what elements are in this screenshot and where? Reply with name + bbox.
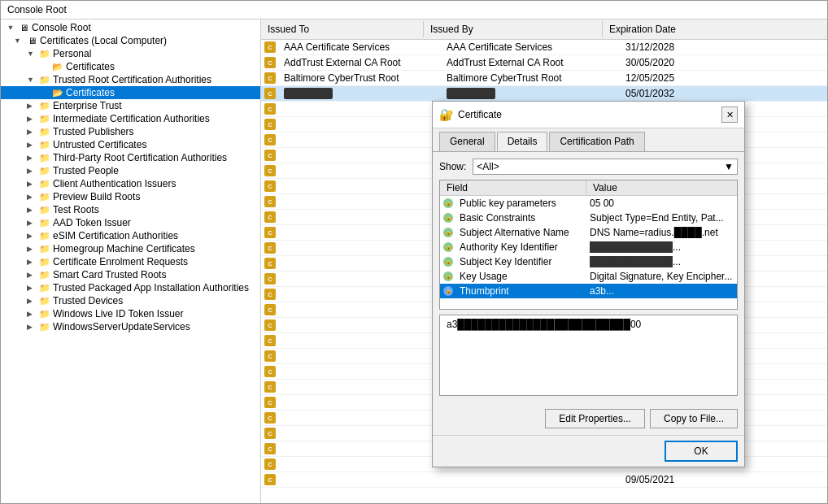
tree-label-trusted-publishers: Trusted Publishers — [53, 126, 134, 137]
cert-icon-cell: C — [261, 134, 281, 146]
cert-badge-icon: C — [264, 366, 276, 377]
fields-row-key-usage[interactable]: 🔒 Key Usage Digital Signature, Key Encip… — [440, 269, 737, 284]
expander-trusted-people: ▶ — [27, 167, 38, 175]
show-label: Show: — [439, 161, 466, 172]
edit-properties-button[interactable]: Edit Properties... — [545, 409, 645, 428]
cert-badge-icon: C — [264, 304, 276, 315]
field-icon-subject-key-id: 🔒 — [440, 256, 456, 267]
tree-item-certificates-trusted[interactable]: 📂Certificates — [1, 86, 260, 99]
tree-item-windows-live[interactable]: ▶📁Windows Live ID Token Issuer — [1, 307, 260, 320]
dialog-title-bar: 🔐 Certificate ✕ — [433, 102, 744, 128]
tree-item-preview-build[interactable]: ▶📁Preview Build Roots — [1, 190, 260, 203]
tree-item-trusted-root[interactable]: ▼📁Trusted Root Certification Authorities — [1, 73, 260, 86]
tree-item-untrusted[interactable]: ▶📁Untrusted Certificates — [1, 138, 260, 151]
mmc-window: Console Root ▼🖥Console Root▼🖥Certificate… — [0, 0, 828, 504]
tree-item-aad-token[interactable]: ▶📁AAD Token Issuer — [1, 216, 260, 229]
certificate-dialog: 🔐 Certificate ✕ General Details Certific… — [432, 101, 745, 467]
cert-badge-icon: C — [264, 397, 276, 408]
dialog-title-label: Certificate — [458, 109, 502, 120]
expander-trusted-root: ▼ — [27, 76, 38, 84]
folder-icon: 📁 — [38, 48, 51, 59]
cert-row[interactable]: C 09/05/2021 — [261, 472, 827, 488]
tree-root[interactable]: ▼🖥Console Root — [1, 21, 260, 34]
tree-item-client-auth[interactable]: ▶📁Client Authentication Issuers — [1, 177, 260, 190]
fields-row-basic-constraints[interactable]: 🔒 Basic Constraints Subject Type=End Ent… — [440, 211, 737, 225]
tree-item-certificates-personal[interactable]: 📂Certificates — [1, 60, 260, 73]
cert-row[interactable]: C AAA Certificate Services AAA Certifica… — [261, 40, 827, 55]
fields-table: Field Value 🔒 Public key parameters 05 0… — [439, 180, 738, 310]
folder-icon: 📁 — [38, 256, 51, 267]
cert-badge-icon: C — [264, 381, 276, 393]
expander-untrusted: ▶ — [27, 141, 38, 149]
cert-row[interactable]: C 05/01/2032 — [261, 86, 827, 102]
tree-item-trusted-devices[interactable]: ▶📁Trusted Devices — [1, 294, 260, 307]
tree-label-preview-build: Preview Build Roots — [53, 191, 140, 202]
header-issued-to[interactable]: Issued To — [261, 21, 424, 37]
tree-item-cert-enroll[interactable]: ▶📁Certificate Enrolment Requests — [1, 255, 260, 268]
cert-icon-cell: C — [261, 103, 281, 115]
tree-item-certificates-local[interactable]: ▼🖥Certificates (Local Computer) — [1, 34, 260, 47]
cert-icon-cell: C — [261, 227, 281, 238]
show-chevron-icon: ▼ — [724, 161, 734, 172]
tree-item-trusted-publishers[interactable]: ▶📁Trusted Publishers — [1, 125, 260, 138]
tree-item-trusted-people[interactable]: ▶📁Trusted People — [1, 164, 260, 177]
bottom-ok-area: OK — [433, 435, 744, 467]
cert-expiry: 12/05/2025 — [622, 72, 827, 84]
tree-item-esim[interactable]: ▶📁eSIM Certification Authorities — [1, 229, 260, 242]
fields-row-thumbprint[interactable]: 🔒 Thumbprint a3b... — [440, 284, 737, 298]
field-label-authority-key-id: Authority Key Identifier — [456, 241, 586, 253]
tree-item-enterprise-trust[interactable]: ▶📁Enterprise Trust — [1, 99, 260, 112]
field-label-thumbprint: Thumbprint — [456, 285, 586, 297]
cert-badge-icon: C — [264, 211, 276, 223]
tree-item-trusted-pkg[interactable]: ▶📁Trusted Packaged App Installation Auth… — [1, 281, 260, 294]
expander-cert-enroll: ▶ — [27, 258, 38, 266]
field-value-basic-constraints: Subject Type=End Entity, Pat... — [586, 212, 737, 224]
list-headers: Issued To Issued By Expiration Date — [261, 20, 827, 40]
cert-badge-icon: C — [264, 335, 276, 346]
field-icon-key-usage: 🔒 — [440, 271, 456, 282]
tree-item-wsus[interactable]: ▶📁WindowsServerUpdateServices — [1, 320, 260, 333]
expander-intermediate: ▶ — [27, 115, 38, 123]
tree-item-test-roots[interactable]: ▶📁Test Roots — [1, 203, 260, 216]
cert-icon-cell: C — [261, 443, 281, 454]
cert-icon-cell: C — [261, 41, 281, 53]
tree-label-certificates-local: Certificates (Local Computer) — [40, 35, 167, 46]
fields-row-subject-key-id[interactable]: 🔒 Subject Key Identifier ████████████... — [440, 254, 737, 269]
tree-item-intermediate[interactable]: ▶📁Intermediate Certification Authorities — [1, 112, 260, 125]
field-value-thumbprint: a3b... — [586, 285, 737, 297]
fields-row-public-key-params[interactable]: 🔒 Public key parameters 05 00 — [440, 196, 737, 211]
tab-cert-path[interactable]: Certification Path — [549, 132, 644, 151]
header-expiry[interactable]: Expiration Date — [603, 21, 827, 37]
field-value-key-usage: Digital Signature, Key Encipher... — [586, 271, 737, 282]
expander-personal: ▼ — [27, 50, 38, 58]
tree-item-personal[interactable]: ▼📁Personal — [1, 47, 260, 60]
redacted-value: ████████████ — [590, 241, 673, 253]
cert-icon-cell: C — [261, 180, 281, 192]
tree-item-third-party[interactable]: ▶📁Third-Party Root Certification Authori… — [1, 151, 260, 164]
title-bar: Console Root — [1, 1, 827, 20]
cert-badge-icon: C — [264, 57, 276, 68]
cert-badge-icon: C — [264, 72, 276, 84]
cert-row[interactable]: C AddTrust External CA Root AddTrust Ext… — [261, 55, 827, 71]
tree-item-smart-card[interactable]: ▶📁Smart Card Trusted Roots — [1, 268, 260, 281]
header-issued-by[interactable]: Issued By — [424, 21, 603, 37]
folder-icon: 📁 — [38, 282, 51, 293]
cert-badge-icon: C — [264, 227, 276, 238]
folder-icon: 📁 — [38, 126, 51, 137]
field-icon-thumbprint: 🔒 — [440, 285, 456, 297]
show-dropdown[interactable]: <All> ▼ — [473, 159, 738, 175]
fields-row-subject-alt-name[interactable]: 🔒 Subject Alternative Name DNS Name=radi… — [440, 225, 737, 240]
tree-item-homegroup[interactable]: ▶📁Homegroup Machine Certificates — [1, 242, 260, 255]
dialog-close-button[interactable]: ✕ — [721, 106, 738, 123]
expander-trusted-publishers: ▶ — [27, 128, 38, 136]
copy-to-file-button[interactable]: Copy to File... — [650, 409, 738, 428]
cert-icon-cell: C — [261, 366, 281, 377]
tree-label-esim: eSIM Certification Authorities — [53, 230, 178, 241]
tab-general[interactable]: General — [439, 132, 495, 151]
tab-details[interactable]: Details — [497, 132, 548, 151]
fields-row-authority-key-id[interactable]: 🔒 Authority Key Identifier ████████████.… — [440, 240, 737, 254]
tree-label-enterprise-trust: Enterprise Trust — [53, 100, 122, 111]
folder-icon: 📁 — [38, 139, 51, 150]
cert-row[interactable]: C Baltimore CyberTrust Root Baltimore Cy… — [261, 71, 827, 86]
ok-button[interactable]: OK — [665, 441, 738, 462]
